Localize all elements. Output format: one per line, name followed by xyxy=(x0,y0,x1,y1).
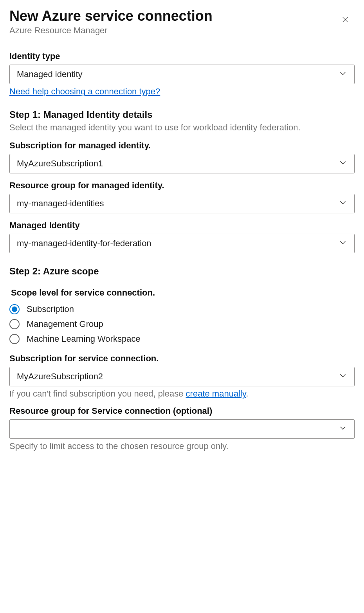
step1-desc: Select the managed identity you want to … xyxy=(9,122,355,133)
close-icon xyxy=(341,19,349,25)
radio-unselected-icon xyxy=(9,334,20,344)
close-button[interactable] xyxy=(338,13,352,28)
managed-identity-value: my-managed-identity-for-federation xyxy=(17,238,151,249)
scope-level-radio-group: Subscription Management Group Machine Le… xyxy=(9,302,355,346)
subscription-conn-select[interactable]: MyAzureSubscription2 xyxy=(9,367,355,386)
resourcegroup-mi-label: Resource group for managed identity. xyxy=(9,180,355,191)
step2-title: Step 2: Azure scope xyxy=(9,266,355,277)
scope-level-label: Scope level for service connection. xyxy=(11,288,355,298)
scope-radio-ml-workspace[interactable]: Machine Learning Workspace xyxy=(9,332,355,346)
chevron-down-icon xyxy=(339,69,347,80)
subscription-conn-hint: If you can't find subscription you need,… xyxy=(9,389,355,399)
subscription-conn-value: MyAzureSubscription2 xyxy=(17,371,103,382)
scope-radio-label: Subscription xyxy=(27,304,74,314)
scope-radio-management-group[interactable]: Management Group xyxy=(9,317,355,332)
resourcegroup-conn-select[interactable] xyxy=(9,419,355,439)
radio-unselected-icon xyxy=(9,319,20,329)
hint-suffix: . xyxy=(246,389,248,398)
step1-title: Step 1: Managed Identity details xyxy=(9,109,355,120)
subscription-mi-select[interactable]: MyAzureSubscription1 xyxy=(9,154,355,173)
chevron-down-icon xyxy=(339,198,347,209)
help-link[interactable]: Need help choosing a connection type? xyxy=(9,87,160,97)
resourcegroup-conn-hint: Specify to limit access to the chosen re… xyxy=(9,441,355,451)
page-subtitle: Azure Resource Manager xyxy=(9,25,213,36)
chevron-down-icon xyxy=(339,424,347,435)
create-manually-link[interactable]: create manually xyxy=(186,389,246,398)
subscription-mi-value: MyAzureSubscription1 xyxy=(17,159,103,169)
resourcegroup-conn-label: Resource group for Service connection (o… xyxy=(9,406,355,416)
scope-radio-label: Machine Learning Workspace xyxy=(27,334,141,344)
subscription-mi-label: Subscription for managed identity. xyxy=(9,141,355,151)
resourcegroup-mi-value: my-managed-identities xyxy=(17,198,104,209)
chevron-down-icon xyxy=(339,158,347,169)
radio-selected-icon xyxy=(9,304,20,314)
resourcegroup-mi-select[interactable]: my-managed-identities xyxy=(9,194,355,213)
identity-type-select[interactable]: Managed identity xyxy=(9,65,355,84)
scope-radio-label: Management Group xyxy=(27,319,103,329)
managed-identity-select[interactable]: my-managed-identity-for-federation xyxy=(9,234,355,253)
hint-prefix: If you can't find subscription you need,… xyxy=(9,389,186,398)
chevron-down-icon xyxy=(339,238,347,249)
managed-identity-label: Managed Identity xyxy=(9,220,355,231)
scope-radio-subscription[interactable]: Subscription xyxy=(9,302,355,317)
identity-type-value: Managed identity xyxy=(17,69,83,79)
chevron-down-icon xyxy=(339,371,347,382)
page-title: New Azure service connection xyxy=(9,8,213,24)
identity-type-label: Identity type xyxy=(9,51,355,61)
subscription-conn-label: Subscription for service connection. xyxy=(9,353,355,364)
